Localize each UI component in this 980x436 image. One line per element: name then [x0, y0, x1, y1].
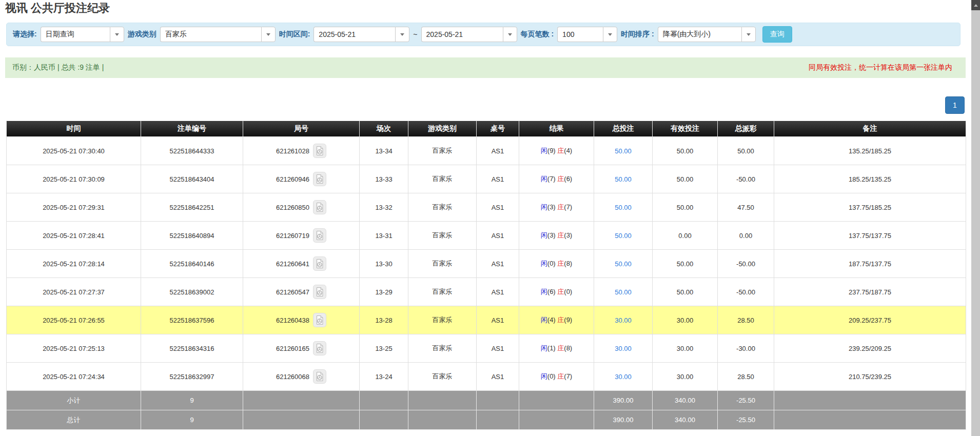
video-replay-icon[interactable] [313, 369, 326, 384]
cell-total-bet: 30.00 [594, 363, 653, 391]
date-to-dropdown-button[interactable] [503, 27, 517, 42]
cell-time: 2025-05-21 07:28:14 [7, 250, 141, 278]
total-bet-link[interactable]: 30.00 [615, 316, 632, 324]
round-id-text: 621261028 [276, 147, 309, 155]
total-bet-link[interactable]: 30.00 [615, 345, 632, 352]
banker-result-label: 庄 [557, 372, 564, 380]
total-row: 总计 9 390.00 340.00 -25.50 [7, 410, 966, 430]
video-replay-icon[interactable] [313, 228, 326, 243]
page-size-combobox [557, 27, 617, 42]
player-score: (7) [547, 175, 556, 183]
page-size-dropdown-button[interactable] [603, 27, 617, 42]
round-id-text: 621260547 [276, 288, 309, 296]
cell-session: 13-25 [360, 334, 408, 363]
cell-total-bet: 50.00 [594, 165, 653, 193]
video-replay-icon[interactable] [313, 313, 326, 327]
vertical-scrollbar[interactable] [971, 0, 980, 436]
banker-score: (3) [564, 231, 572, 239]
date-to-input[interactable] [421, 27, 503, 42]
pagination-page-1[interactable]: 1 [945, 96, 965, 114]
total-bet-link[interactable]: 50.00 [615, 147, 632, 155]
cell-table-no: AS1 [477, 278, 519, 306]
header-session: 场次 [360, 121, 408, 137]
player-score: (3) [547, 203, 556, 211]
round-id-text: 621260165 [276, 345, 309, 352]
cell-result: 闲(6) 庄(0) [519, 278, 594, 306]
total-bet-link[interactable]: 50.00 [615, 260, 632, 268]
cell-time: 2025-05-21 07:27:37 [7, 278, 141, 306]
page-size-label: 每页笔数 : [521, 30, 554, 39]
cell-remark: 209.25/237.75 [774, 306, 966, 334]
cell-game-type: 百家乐 [408, 363, 477, 391]
subtotal-row: 小计 9 390.00 340.00 -25.50 [7, 391, 966, 410]
header-total-bet: 总投注 [594, 121, 653, 137]
total-valid-bet: 340.00 [653, 410, 718, 430]
date-from-input[interactable] [313, 27, 395, 42]
total-bet-link[interactable]: 50.00 [615, 204, 632, 211]
video-replay-icon[interactable] [313, 172, 326, 186]
sort-order-dropdown-button[interactable] [741, 27, 756, 42]
cell-table-no: AS1 [477, 306, 519, 334]
video-replay-icon[interactable] [313, 144, 326, 158]
cell-result: 闲(0) 庄(8) [519, 250, 594, 278]
select-mode-label: 请选择: [13, 30, 37, 39]
cell-time: 2025-05-21 07:28:41 [7, 222, 141, 250]
chevron-down-icon [266, 33, 270, 36]
cell-total-bet: 30.00 [594, 306, 653, 334]
total-count: 9 [141, 410, 243, 430]
total-bet-link[interactable]: 50.00 [615, 232, 632, 240]
total-bet-link[interactable]: 50.00 [615, 175, 632, 183]
banker-score: (0) [564, 288, 572, 295]
cell-bet-id: 522518632997 [141, 363, 243, 391]
subtotal-payout: -25.50 [718, 391, 774, 410]
video-replay-icon[interactable] [313, 285, 326, 299]
subtotal-count: 9 [141, 391, 243, 410]
game-type-input[interactable] [160, 27, 261, 42]
cell-result: 闲(9) 庄(4) [519, 137, 594, 165]
chevron-down-icon [608, 33, 612, 36]
sort-order-label: 时间排序 : [621, 30, 654, 39]
scroll-up-button[interactable] [971, 0, 980, 10]
sort-order-input[interactable] [658, 27, 741, 42]
chevron-down-icon [400, 33, 404, 36]
cell-bet-id: 522518642251 [141, 193, 243, 222]
date-mode-input[interactable] [41, 27, 110, 42]
cell-round-id: 621260641 [243, 250, 360, 278]
round-id-text: 621260719 [276, 232, 309, 240]
date-from-dropdown-button[interactable] [395, 27, 409, 42]
page-size-input[interactable] [557, 27, 603, 42]
round-id-text: 621260850 [276, 204, 309, 211]
cell-game-type: 百家乐 [408, 222, 477, 250]
cell-round-id: 621260547 [243, 278, 360, 306]
cell-result: 闲(4) 庄(9) [519, 306, 594, 334]
cell-payout: 50.00 [718, 137, 774, 165]
cell-table-no: AS1 [477, 137, 519, 165]
cell-remark: 239.25/209.25 [774, 334, 966, 363]
cell-payout: 28.50 [718, 363, 774, 391]
cell-remark: 187.75/137.75 [774, 250, 966, 278]
cell-game-type: 百家乐 [408, 306, 477, 334]
cell-valid-bet: 50.00 [653, 193, 718, 222]
banker-score: (6) [564, 175, 572, 183]
cell-total-bet: 50.00 [594, 222, 653, 250]
total-bet-link[interactable]: 30.00 [615, 373, 632, 381]
date-to-combobox [421, 27, 517, 42]
cell-total-bet: 30.00 [594, 334, 653, 363]
total-bet-link[interactable]: 50.00 [615, 288, 632, 296]
round-id-text: 621260068 [276, 373, 309, 381]
query-button[interactable]: 查询 [762, 26, 792, 43]
cell-game-type: 百家乐 [408, 334, 477, 363]
subtotal-total-bet: 390.00 [594, 391, 653, 410]
video-replay-icon[interactable] [313, 341, 326, 355]
video-replay-icon[interactable] [313, 200, 326, 214]
game-type-dropdown-button[interactable] [261, 27, 276, 42]
cell-table-no: AS1 [477, 363, 519, 391]
same-round-note: 同局有效投注，统一计算在该局第一张注单内 [809, 63, 952, 72]
chevron-down-icon [747, 33, 751, 36]
date-mode-dropdown-button[interactable] [110, 27, 124, 42]
banker-result-label: 庄 [557, 288, 564, 295]
round-id-text: 621260438 [276, 316, 309, 324]
player-score: (6) [547, 288, 556, 295]
chevron-down-icon [508, 33, 512, 36]
video-replay-icon[interactable] [313, 256, 326, 271]
